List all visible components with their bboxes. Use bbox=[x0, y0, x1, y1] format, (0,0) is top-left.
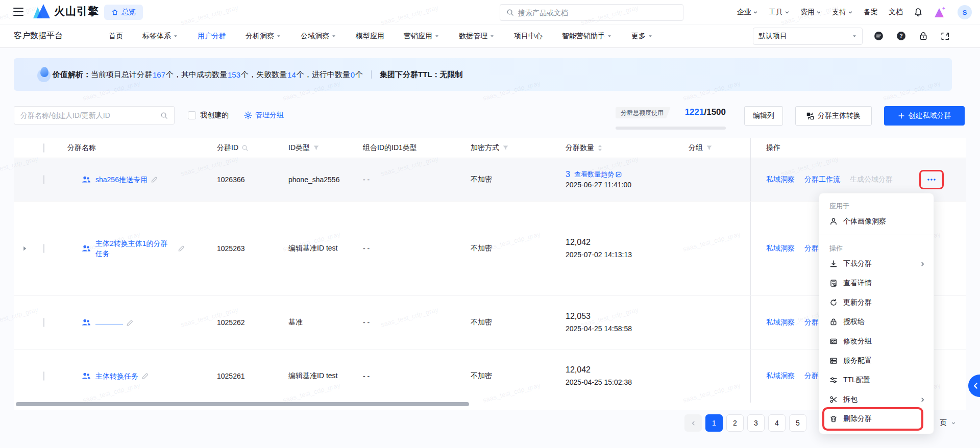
col-id[interactable]: 分群ID bbox=[217, 143, 249, 153]
ai-assistant-icon[interactable] bbox=[934, 6, 947, 18]
col-combo-type: 组合ID的ID1类型 bbox=[363, 143, 417, 153]
nav-analysis-insight[interactable]: 分析洞察 bbox=[246, 32, 281, 41]
search-icon[interactable] bbox=[160, 112, 168, 119]
page-button-2[interactable]: 2 bbox=[726, 414, 744, 432]
my-created-checkbox[interactable] bbox=[188, 111, 196, 119]
col-ops: 操作 bbox=[766, 143, 780, 153]
col-name[interactable]: 分群名称 bbox=[67, 143, 96, 153]
menu-item-update-segment[interactable]: 更新分群 bbox=[819, 293, 934, 312]
col-group[interactable]: 分组 bbox=[689, 143, 713, 153]
expand-icon[interactable] bbox=[941, 32, 950, 41]
collapse-panel-button[interactable] bbox=[968, 375, 980, 397]
col-encrypt[interactable]: 加密方式 bbox=[471, 143, 509, 153]
menu-item-view-details[interactable]: 查看详情 bbox=[819, 273, 934, 293]
menu-tools[interactable]: 工具 bbox=[769, 8, 790, 17]
segment-search[interactable] bbox=[14, 106, 175, 125]
plus-icon bbox=[898, 112, 905, 119]
menu-enterprise[interactable]: 企业 bbox=[737, 8, 758, 17]
hamburger-menu-icon[interactable] bbox=[13, 8, 23, 16]
row-checkbox[interactable] bbox=[43, 371, 44, 381]
create-segment-button[interactable]: 创建私域分群 bbox=[884, 106, 965, 126]
edit-pencil-icon[interactable] bbox=[151, 176, 158, 183]
nav-marketing-apps[interactable]: 营销应用 bbox=[404, 32, 439, 41]
audit-lock-icon[interactable] bbox=[919, 32, 928, 41]
edit-pencil-icon[interactable] bbox=[178, 245, 185, 252]
op-private-insight[interactable]: 私域洞察 bbox=[766, 244, 795, 253]
menu-item-portrait-insight[interactable]: 个体画像洞察 bbox=[819, 212, 934, 231]
help-icon[interactable]: ? bbox=[896, 31, 906, 41]
bell-icon[interactable] bbox=[914, 8, 923, 17]
link-docs[interactable]: 文档 bbox=[889, 8, 903, 17]
overview-button[interactable]: 总览 bbox=[104, 5, 143, 20]
segment-group-icon bbox=[82, 176, 91, 184]
row-actions-context-menu: 应用于 个体画像洞察 操作 下载分群 查看详情 更新分群 授权给 修改分组 服务… bbox=[819, 193, 934, 434]
project-select[interactable]: 默认项目 bbox=[753, 28, 863, 45]
menu-item-ttl-config[interactable]: TTL配置 bbox=[819, 370, 934, 390]
menu-item-service-config[interactable]: 服务配置 bbox=[819, 351, 934, 370]
nav-project-center[interactable]: 项目中心 bbox=[514, 32, 543, 41]
segment-name-link[interactable]: sha256推送专用 bbox=[95, 175, 158, 185]
user-avatar[interactable]: S bbox=[958, 5, 972, 19]
global-search[interactable] bbox=[500, 4, 683, 21]
edit-pencil-icon[interactable] bbox=[126, 319, 133, 327]
home-icon bbox=[111, 9, 118, 16]
nav-public-insight[interactable]: 公域洞察 bbox=[301, 32, 336, 41]
subject-transfer-button[interactable]: 分群主体转换 bbox=[795, 106, 872, 126]
nav-user-segments[interactable]: 用户分群 bbox=[198, 32, 226, 41]
op-private-insight[interactable]: 私域洞察 bbox=[766, 318, 795, 327]
menu-group-ops: 操作 bbox=[819, 239, 934, 254]
page-button-3[interactable]: 3 bbox=[747, 414, 765, 432]
trend-chart-icon bbox=[616, 171, 622, 178]
op-segment-workflow[interactable]: 分群工作流 bbox=[804, 175, 840, 184]
op-private-insight[interactable]: 私域洞察 bbox=[766, 175, 795, 184]
my-created-filter[interactable]: 我创建的 bbox=[188, 111, 229, 120]
row-checkbox[interactable] bbox=[43, 175, 44, 184]
segment-name-link[interactable] bbox=[95, 318, 133, 327]
more-actions-button[interactable] bbox=[924, 174, 939, 185]
menu-item-split-package[interactable]: 拆包 bbox=[819, 390, 934, 409]
page-button-5[interactable]: 5 bbox=[789, 414, 806, 432]
manage-groups-button[interactable]: 管理分组 bbox=[244, 111, 284, 120]
edit-columns-button[interactable]: 编辑列 bbox=[744, 106, 783, 126]
horizontal-scrollbar[interactable] bbox=[16, 402, 469, 406]
nav-tag-system[interactable]: 标签体系 bbox=[142, 32, 178, 41]
banner-text: 价值解析： 当前项目总计分群167 个，其中成功数量153 个，失败数量14 个… bbox=[53, 70, 463, 80]
menu-support[interactable]: 支持 bbox=[832, 8, 853, 17]
menu-item-download-segment[interactable]: 下载分群 bbox=[819, 254, 934, 273]
row-checkbox[interactable] bbox=[43, 318, 44, 327]
nav-more[interactable]: 更多 bbox=[631, 32, 653, 41]
feedback-icon[interactable] bbox=[874, 31, 884, 41]
segment-search-input[interactable] bbox=[20, 111, 160, 119]
prev-page-button[interactable] bbox=[684, 414, 702, 432]
page-button-4[interactable]: 4 bbox=[768, 414, 786, 432]
segment-name-link[interactable]: 主体2转换主体1的分群任务 bbox=[95, 238, 185, 259]
view-trend-link[interactable]: 查看数量趋势 bbox=[574, 169, 622, 180]
col-count[interactable]: 分群数量 bbox=[566, 143, 603, 153]
nav-data-management[interactable]: 数据管理 bbox=[459, 32, 495, 41]
menu-item-delete-segment[interactable]: 删除分群 bbox=[819, 409, 934, 429]
row-checkbox[interactable] bbox=[43, 244, 44, 253]
nav-home[interactable]: 首页 bbox=[109, 32, 123, 41]
expand-row-icon[interactable] bbox=[22, 246, 28, 252]
filter-icon bbox=[706, 144, 713, 151]
nav-model-apps[interactable]: 模型应用 bbox=[356, 32, 384, 41]
volcano-logo[interactable]: 火山引擎 bbox=[33, 4, 99, 18]
nav-ai-marketing-assistant[interactable]: 智能营销助手 bbox=[562, 32, 612, 41]
segment-name-link[interactable]: 主体转换任务 bbox=[95, 371, 149, 381]
op-generate-public: 生成公域分群 bbox=[850, 175, 893, 184]
page-size-select[interactable]: 页 bbox=[940, 418, 956, 428]
page-button-1[interactable]: 1 bbox=[705, 414, 723, 432]
select-all-checkbox[interactable] bbox=[43, 143, 44, 153]
edit-pencil-icon[interactable] bbox=[141, 372, 149, 380]
op-private-insight[interactable]: 私域洞察 bbox=[766, 371, 795, 381]
menu-item-authorize[interactable]: 授权给 bbox=[819, 312, 934, 332]
menu-billing[interactable]: 费用 bbox=[800, 8, 821, 17]
global-search-input[interactable] bbox=[518, 9, 677, 17]
link-beian[interactable]: 备案 bbox=[864, 8, 878, 17]
segment-update-time: 2025-04-25 14:58:58 bbox=[566, 323, 632, 334]
failed-count: 14 bbox=[287, 70, 297, 79]
success-count: 153 bbox=[227, 70, 241, 79]
menu-item-modify-group[interactable]: 修改分组 bbox=[819, 332, 934, 351]
segment-id: 1025263 bbox=[217, 244, 245, 253]
col-id-type[interactable]: ID类型 bbox=[288, 143, 320, 153]
